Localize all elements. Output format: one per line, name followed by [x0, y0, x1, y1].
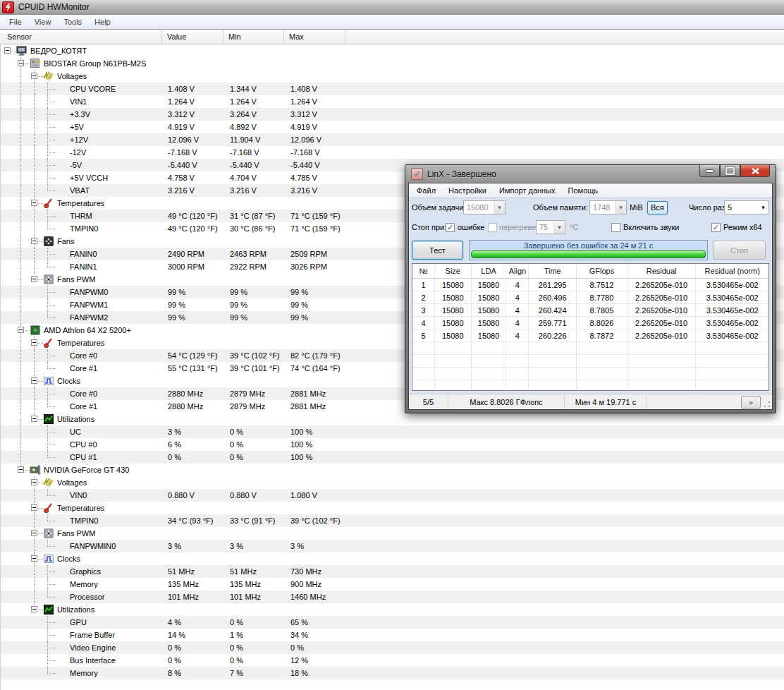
- expand-toggle[interactable]: [31, 339, 37, 346]
- results-cell: 3.530465e-002: [696, 279, 768, 291]
- tree-guide: [47, 495, 56, 496]
- all-memory-button[interactable]: Вся: [647, 201, 668, 214]
- menu-item-help[interactable]: Help: [88, 16, 117, 28]
- problem-size-combo[interactable]: 15080▼: [463, 200, 506, 214]
- expand-toggle[interactable]: [31, 504, 37, 511]
- tree-guide: [47, 292, 56, 293]
- tree-row-node[interactable]: NVIDIA GeForce GT 430: [1, 464, 784, 476]
- expand-toggle[interactable]: [31, 416, 37, 422]
- results-row[interactable]: 415080150804259.7718.80262.265205e-0103.…: [412, 317, 768, 329]
- expand-toggle[interactable]: [18, 466, 24, 473]
- sensor-value: 0 %: [168, 654, 181, 667]
- tree-row-node[interactable]: Clocks: [1, 552, 784, 565]
- tree-row-sensor[interactable]: +5V4.919 V4.892 V4.919 V: [1, 121, 784, 133]
- results-row[interactable]: 115080150804261.2958.75122.265205e-0103.…: [412, 279, 768, 291]
- runs-combo[interactable]: 5▼: [724, 200, 769, 214]
- x64-mode-checkbox[interactable]: ✓: [711, 223, 721, 232]
- tree-row-sensor[interactable]: CPU #06 %0 %100 %: [1, 438, 784, 451]
- tree-row-node[interactable]: Fans PWM: [1, 527, 784, 540]
- resize-grip-icon[interactable]: [764, 401, 771, 408]
- menu-item-tools[interactable]: Tools: [57, 16, 88, 28]
- stop-on-error-checkbox[interactable]: ✓: [446, 223, 455, 232]
- column-header-sensor[interactable]: Sensor: [0, 30, 162, 44]
- enable-sounds-checkbox[interactable]: [611, 223, 620, 232]
- status-expand-button[interactable]: »: [741, 396, 761, 408]
- memory-combo[interactable]: 1748▼: [589, 200, 627, 214]
- chevron-down-icon: ▼: [615, 201, 626, 214]
- tree-row-node[interactable]: Voltages: [1, 70, 784, 83]
- tree-row-sensor[interactable]: VIN11.264 V1.264 V1.264 V: [1, 95, 784, 108]
- menu-item-view[interactable]: View: [28, 16, 58, 28]
- results-row[interactable]: 315080150804260.4248.78052.265205e-0103.…: [412, 304, 768, 317]
- overheat-temp-combo[interactable]: 75▼: [536, 220, 565, 234]
- results-empty-row[interactable]: [412, 380, 768, 391]
- tree-row-sensor[interactable]: FANPWMIN03 %3 %3 %: [1, 540, 784, 552]
- expand-toggle[interactable]: [31, 238, 37, 244]
- linx-menu-item-настройки[interactable]: Настройки: [442, 184, 493, 197]
- column-header-max[interactable]: Max: [284, 30, 345, 44]
- results-row[interactable]: 515080150804260.2268.78722.265205e-0103.…: [412, 329, 768, 342]
- results-empty-row[interactable]: [412, 368, 768, 380]
- sensor-label: FANPWMIN0: [70, 540, 116, 552]
- expand-toggle[interactable]: [31, 606, 37, 612]
- tree-row-sensor[interactable]: Graphics51 MHz51 MHz730 MHz: [1, 565, 784, 578]
- expand-toggle[interactable]: [31, 73, 37, 79]
- expand-toggle[interactable]: [31, 276, 37, 282]
- tree-row-sensor[interactable]: Frame Buffer14 %1 %34 %: [1, 629, 784, 641]
- tree-row-sensor[interactable]: VIN00.880 V0.880 V1.080 V: [1, 489, 784, 502]
- tree-row-sensor[interactable]: CPU #10 %0 %100 %: [1, 451, 784, 464]
- tree-row-sensor[interactable]: Memory8 %7 %18 %: [1, 667, 784, 679]
- tree-row-sensor[interactable]: Bus Interface0 %0 %12 %: [1, 654, 784, 667]
- tree-row-node[interactable]: Utilizations: [1, 603, 784, 616]
- test-button[interactable]: Тест: [412, 241, 463, 260]
- tree-row-sensor[interactable]: +3.3V3.312 V3.264 V3.312 V: [1, 108, 784, 121]
- maximize-button[interactable]: [720, 164, 740, 177]
- tree-row-sensor[interactable]: GPU4 %0 %65 %: [1, 616, 784, 629]
- linx-menu-item-помощь[interactable]: Помощь: [562, 184, 605, 197]
- tree-row-sensor[interactable]: -12V-7.168 V-7.168 V-7.168 V: [1, 146, 784, 159]
- sensor-value: 135 MHz: [168, 578, 199, 591]
- tree-row-node[interactable]: Voltages: [1, 476, 784, 489]
- sensor-value: 14 %: [168, 629, 185, 641]
- minimize-button[interactable]: [699, 164, 720, 177]
- sensor-min: 31 °C (87 °F): [230, 210, 275, 222]
- expand-toggle[interactable]: [31, 479, 37, 485]
- expand-toggle[interactable]: [31, 555, 37, 562]
- tree-row-node[interactable]: ВЕДРО_КОТЯТ: [1, 44, 784, 57]
- linx-titlebar[interactable]: LinX - Завершено: [408, 165, 773, 183]
- tree-row-sensor[interactable]: Processor101 MHz101 MHz1460 MHz: [1, 591, 784, 603]
- tree-row-node[interactable]: Temperatures: [1, 502, 784, 514]
- tree-row-sensor[interactable]: +12V12.096 V11.904 V12.096 V: [1, 133, 784, 146]
- stop-button[interactable]: Стоп: [713, 241, 766, 260]
- tree-guide: [20, 400, 21, 413]
- column-header-min[interactable]: Min: [223, 30, 284, 44]
- column-header-value[interactable]: Value: [162, 30, 223, 44]
- menu-item-file[interactable]: File: [3, 16, 28, 28]
- expand-toggle[interactable]: [18, 327, 24, 333]
- sensor-label: Memory: [70, 667, 98, 679]
- tree-row-sensor[interactable]: TMPIN034 °C (93 °F)33 °C (91 °F)39 °C (1…: [1, 514, 784, 527]
- expand-toggle[interactable]: [31, 200, 37, 206]
- tree-row-node[interactable]: Utilizations: [1, 413, 784, 425]
- expand-toggle[interactable]: [31, 377, 37, 384]
- linx-menu-item-импорт-данных[interactable]: Импорт данных: [493, 184, 562, 197]
- results-empty-row[interactable]: [412, 355, 768, 368]
- sensor-label: Utilizations: [57, 603, 94, 616]
- expand-toggle[interactable]: [4, 47, 11, 54]
- results-row[interactable]: 215080150804260.4968.77802.265205e-0103.…: [412, 291, 768, 304]
- close-button[interactable]: [740, 164, 770, 177]
- tree-row-sensor[interactable]: Memory135 MHz135 MHz900 MHz: [1, 578, 784, 591]
- results-header-cell: Residual: [627, 264, 697, 278]
- results-empty-row[interactable]: [412, 342, 768, 355]
- tree-row-sensor[interactable]: CPU VCORE1.408 V1.344 V1.408 V: [1, 83, 784, 95]
- expand-toggle[interactable]: [18, 60, 24, 66]
- sensor-value: 3.312 V: [168, 108, 195, 121]
- tree-row-sensor[interactable]: UC3 %0 %100 %: [1, 425, 784, 438]
- stop-on-overheat-checkbox[interactable]: [488, 223, 497, 232]
- results-cell: 8.7872: [577, 329, 627, 341]
- hwmonitor-app-icon: [2, 1, 14, 13]
- tree-row-node[interactable]: BIOSTAR Group N61PB-M2S: [1, 57, 784, 70]
- expand-toggle[interactable]: [31, 530, 37, 536]
- linx-menu-item-файл[interactable]: Файл: [410, 184, 442, 197]
- tree-row-sensor[interactable]: Video Engine0 %0 %0 %: [1, 641, 784, 654]
